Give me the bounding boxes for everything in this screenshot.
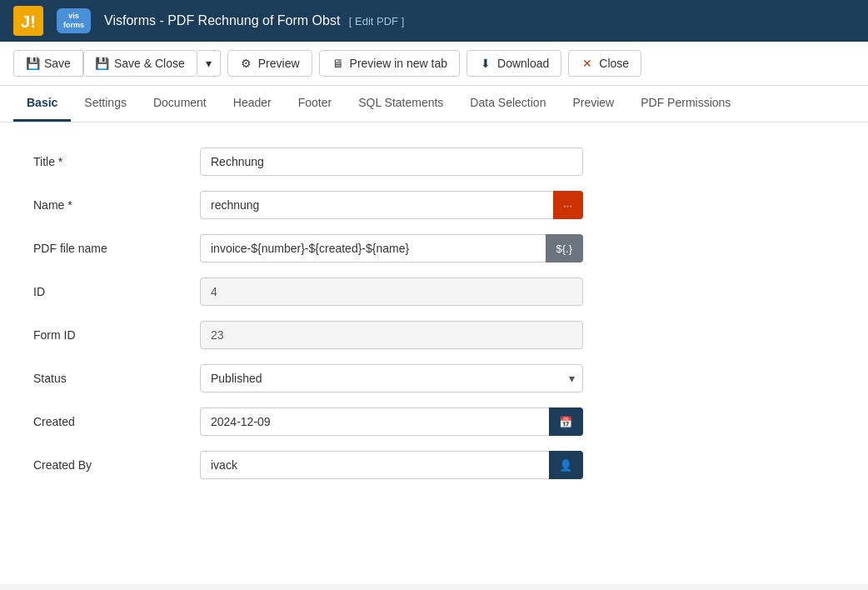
tab-settings[interactable]: Settings (71, 86, 140, 122)
name-label: Name * (33, 198, 200, 212)
download-icon: ⬇ (479, 57, 492, 70)
created-input-group: 📅 (200, 408, 583, 436)
id-input (200, 278, 583, 306)
id-field (200, 278, 583, 306)
created-by-field: 👤 (200, 451, 583, 479)
pdf-filename-label: PDF file name (33, 242, 200, 255)
save-button[interactable]: 💾 Save (13, 50, 83, 77)
pdf-filename-field: ${.} (200, 234, 583, 262)
save-dropdown-button[interactable]: ▾ (197, 50, 221, 77)
created-label: Created (33, 415, 200, 428)
save-button-group: 💾 Save 💾 Save & Close ▾ (13, 50, 221, 77)
edit-badge: [ Edit PDF ] (349, 15, 404, 28)
tab-basic[interactable]: Basic (13, 86, 71, 122)
pdf-filename-input[interactable] (200, 234, 546, 262)
status-select[interactable]: Published Unpublished (200, 364, 583, 392)
top-nav: J! vis forms Visforms - PDF Rechnung of … (0, 0, 868, 42)
created-by-input[interactable] (200, 451, 549, 479)
tabs-bar: Basic Settings Document Header Footer SQ… (0, 86, 868, 122)
preview-button[interactable]: ⚙ Preview (227, 50, 312, 77)
joomla-logo: J! (13, 6, 43, 36)
name-addon-button[interactable]: ··· (553, 191, 583, 219)
form-id-field (200, 321, 583, 349)
calendar-icon: 📅 (559, 416, 572, 428)
tab-document[interactable]: Document (140, 86, 220, 122)
name-input[interactable] (200, 191, 553, 219)
name-row: Name * ··· (33, 191, 835, 219)
download-button[interactable]: ⬇ Download (466, 50, 561, 77)
created-by-input-group: 👤 (200, 451, 583, 479)
created-row: Created 📅 (33, 408, 835, 436)
created-by-label: Created By (33, 458, 200, 472)
preview-tab-icon: 🖥 (332, 57, 345, 70)
preview-icon: ⚙ (240, 57, 253, 70)
created-by-user-button[interactable]: 👤 (549, 451, 583, 479)
created-by-row: Created By 👤 (33, 451, 835, 479)
form-id-input (200, 321, 583, 349)
created-input[interactable] (200, 408, 549, 436)
form-id-row: Form ID (33, 321, 835, 349)
pdf-filename-row: PDF file name ${.} (33, 234, 835, 262)
title-label: Title * (33, 155, 200, 168)
close-button[interactable]: ✕ Close (568, 50, 641, 77)
svg-text:J!: J! (21, 12, 36, 31)
toolbar: 💾 Save 💾 Save & Close ▾ ⚙ Preview 🖥 Prev… (0, 42, 868, 86)
pdf-filename-addon-button[interactable]: ${.} (546, 234, 583, 262)
tab-footer[interactable]: Footer (285, 86, 345, 122)
tab-preview[interactable]: Preview (559, 86, 627, 122)
visforms-badge: vis forms (57, 8, 91, 33)
main-content: Title * Name * ··· PDF file name ${.} (0, 122, 868, 584)
title-input[interactable] (200, 148, 583, 176)
tab-header[interactable]: Header (220, 86, 285, 122)
id-label: ID (33, 285, 200, 298)
title-row: Title * (33, 148, 835, 176)
name-field: ··· (200, 191, 583, 219)
status-field: Published Unpublished ▾ (200, 364, 583, 392)
close-icon: ✕ (581, 57, 594, 70)
form-id-label: Form ID (33, 328, 200, 342)
created-field: 📅 (200, 408, 583, 436)
page-title: Visforms - PDF Rechnung of Form Obst [ E… (104, 13, 404, 28)
title-field (200, 148, 583, 176)
tab-pdf-permissions[interactable]: PDF Permissions (627, 86, 744, 122)
name-input-group: ··· (200, 191, 583, 219)
status-label: Status (33, 372, 200, 385)
chevron-down-icon: ▾ (206, 57, 212, 70)
tab-sql[interactable]: SQL Statements (345, 86, 456, 122)
created-calendar-button[interactable]: 📅 (549, 408, 583, 436)
preview-tab-button[interactable]: 🖥 Preview in new tab (319, 50, 461, 77)
status-row: Status Published Unpublished ▾ (33, 364, 835, 392)
id-row: ID (33, 278, 835, 306)
status-select-wrapper: Published Unpublished ▾ (200, 364, 583, 392)
tab-data-selection[interactable]: Data Selection (456, 86, 559, 122)
save-icon: 💾 (26, 57, 39, 70)
pdf-filename-input-group: ${.} (200, 234, 583, 262)
user-icon: 👤 (559, 459, 572, 472)
save-close-icon: 💾 (96, 57, 109, 70)
joomla-icon: J! (13, 6, 43, 36)
save-close-button[interactable]: 💾 Save & Close (83, 50, 197, 77)
